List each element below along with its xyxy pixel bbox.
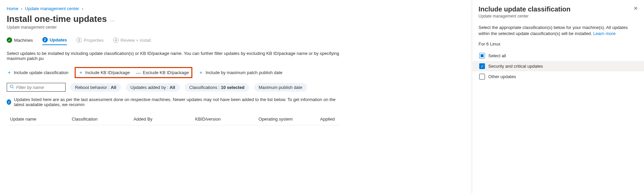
checkbox-select-all[interactable]: Select all bbox=[479, 51, 638, 61]
action-label: Include by maximum patch publish date bbox=[205, 70, 282, 75]
page-title: Install one-time updates bbox=[7, 14, 107, 24]
tab-label: Properties bbox=[84, 38, 104, 43]
pill-updates-added-by[interactable]: Updates added by : All bbox=[126, 83, 180, 92]
filter-search[interactable] bbox=[7, 83, 66, 92]
pill-classifications[interactable]: Classifications : 10 selected bbox=[185, 83, 249, 92]
panel-description: Select the appropriate classification(s)… bbox=[479, 25, 638, 37]
chevron-right-icon: › bbox=[21, 6, 22, 11]
breadcrumb-home[interactable]: Home bbox=[7, 6, 18, 11]
checkbox-empty-icon bbox=[479, 74, 485, 79]
col-added-by[interactable]: Added By bbox=[134, 117, 195, 122]
breadcrumb: Home › Update management center › bbox=[7, 6, 340, 11]
filter-row: Reboot behavior : All Updates added by :… bbox=[7, 83, 340, 92]
col-applied[interactable]: Applied bbox=[320, 117, 340, 122]
info-icon: i bbox=[7, 99, 11, 105]
tab-label: Updates bbox=[50, 37, 67, 42]
action-label: Include update classification bbox=[14, 70, 69, 75]
checkbox-security-critical[interactable]: ✓ Security and critical updates bbox=[472, 61, 644, 71]
step-number-icon: 2 bbox=[42, 37, 48, 42]
plus-icon: ＋ bbox=[198, 69, 203, 76]
svg-line-1 bbox=[13, 88, 14, 89]
include-kb-button[interactable]: ＋ Include KB ID/package bbox=[78, 69, 130, 76]
more-icon[interactable]: ··· bbox=[110, 18, 115, 23]
panel-title: Include update classification bbox=[479, 5, 570, 13]
tab-label: Review + install bbox=[120, 38, 151, 43]
intro-text: Select updates to be installed by includ… bbox=[7, 51, 340, 61]
checkbox-label: Security and critical updates bbox=[488, 64, 543, 69]
checkbox-label: Other updates bbox=[488, 74, 516, 79]
check-icon: ✓ bbox=[7, 37, 12, 43]
step-number-icon: 4 bbox=[113, 37, 118, 43]
tab-properties[interactable]: 3 Properties bbox=[76, 37, 104, 45]
action-label: Exclude KB ID/package bbox=[143, 70, 189, 75]
filter-input[interactable] bbox=[16, 85, 63, 90]
exclude-kb-button[interactable]: — Exclude KB ID/package bbox=[136, 69, 189, 76]
action-label: Include KB ID/package bbox=[85, 70, 130, 75]
wizard-tabs: ✓ Machines 2 Updates 3 Properties 4 Revi… bbox=[7, 37, 340, 45]
table-header: Update name Classification Added By KBID… bbox=[7, 113, 340, 125]
include-classification-button[interactable]: ＋ Include update classification bbox=[7, 69, 69, 76]
plus-icon: ＋ bbox=[78, 69, 83, 76]
pill-max-publish-date[interactable]: Maximum publish date bbox=[254, 83, 307, 92]
step-number-icon: 3 bbox=[76, 37, 82, 43]
close-icon[interactable]: ✕ bbox=[634, 5, 638, 11]
learn-more-link[interactable]: Learn more bbox=[593, 31, 615, 36]
highlighted-actions: ＋ Include KB ID/package — Exclude KB ID/… bbox=[75, 67, 193, 78]
tab-review-install[interactable]: 4 Review + install bbox=[113, 37, 151, 45]
svg-point-0 bbox=[10, 85, 13, 88]
breadcrumb-parent[interactable]: Update management center bbox=[25, 6, 79, 11]
tab-machines[interactable]: ✓ Machines bbox=[7, 37, 33, 45]
col-classification[interactable]: Classification bbox=[72, 117, 133, 122]
checkbox-label: Select all bbox=[488, 53, 506, 58]
page-subtitle: Update management center bbox=[7, 25, 340, 30]
info-text: Updates listed here are as per the last … bbox=[14, 97, 340, 107]
checkbox-checked-icon: ✓ bbox=[479, 63, 485, 69]
chevron-right-icon: › bbox=[82, 6, 83, 11]
search-icon bbox=[10, 85, 14, 90]
pill-reboot-behavior[interactable]: Reboot behavior : All bbox=[70, 83, 121, 92]
tab-updates[interactable]: 2 Updates bbox=[42, 37, 67, 45]
side-panel: Include update classification ✕ Update m… bbox=[472, 0, 644, 194]
plus-icon: ＋ bbox=[7, 69, 12, 76]
tab-label: Machines bbox=[14, 38, 33, 43]
minus-icon: — bbox=[136, 70, 141, 75]
col-kbid-version[interactable]: KBID/version bbox=[195, 117, 258, 122]
col-operating-system[interactable]: Operating system bbox=[259, 117, 320, 122]
include-max-date-button[interactable]: ＋ Include by maximum patch publish date bbox=[198, 69, 282, 76]
col-update-name[interactable]: Update name bbox=[10, 117, 72, 122]
panel-for-label: For 6 Linux bbox=[479, 41, 638, 46]
checkbox-other-updates[interactable]: Other updates bbox=[479, 71, 638, 82]
checkbox-indeterminate-icon bbox=[479, 53, 485, 59]
action-bar: ＋ Include update classification ＋ Includ… bbox=[7, 67, 340, 78]
info-banner: i Updates listed here are as per the las… bbox=[7, 97, 340, 107]
panel-subtitle: Update management center bbox=[479, 14, 638, 19]
